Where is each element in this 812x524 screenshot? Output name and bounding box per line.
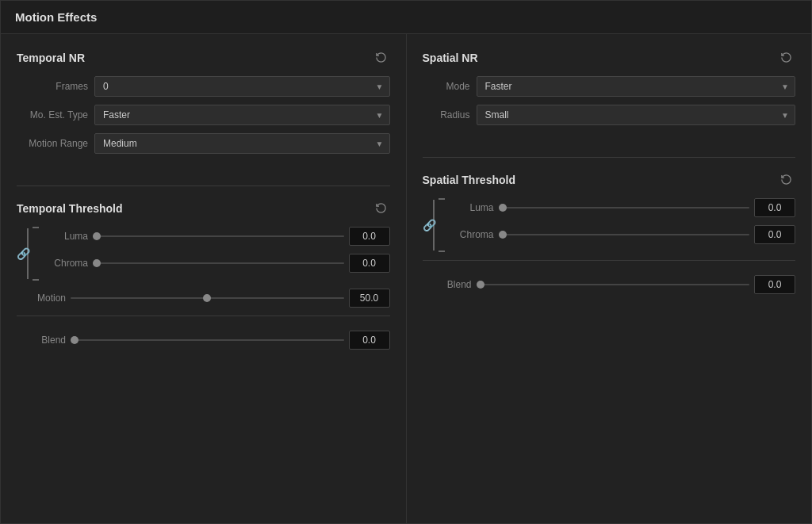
temporal-blend-slider[interactable] — [71, 339, 344, 341]
spatial-radius-select-wrapper: Small Medium Large ▼ — [477, 105, 796, 125]
temporal-luma-label: Luma — [39, 231, 88, 242]
spatial-nr-header: Spatial NR — [423, 50, 796, 65]
spatial-threshold-section: Spatial Threshold 🔗 — [423, 172, 796, 302]
temporal-blend-row: Blend — [17, 331, 390, 350]
spatial-threshold-header: Spatial Threshold — [423, 172, 796, 187]
spatial-radius-row: Radius Small Medium Large ▼ — [423, 105, 796, 125]
spatial-threshold-title: Spatial Threshold — [423, 174, 515, 186]
spatial-bracket-top — [439, 198, 445, 200]
spatial-nr-section: Spatial NR Mode Faster Better — [423, 50, 796, 133]
temporal-luma-value[interactable] — [349, 227, 390, 246]
spatial-luma-slider[interactable] — [499, 207, 750, 208]
spatial-chroma-row: Chroma — [445, 225, 796, 244]
spatial-blend-label: Blend — [423, 279, 472, 290]
link-icon: 🔗 — [17, 248, 30, 259]
temporal-motion-slider[interactable] — [71, 297, 344, 299]
spatial-link-bracket-container: 🔗 — [423, 198, 445, 252]
frames-label: Frames — [17, 81, 88, 92]
temporal-luma-slider-container — [93, 231, 344, 242]
panel-body: Temporal NR Frames 0 1 — [1, 34, 811, 523]
spatial-luma-slider-container — [499, 202, 750, 213]
frames-select[interactable]: 0 1 2 3 — [94, 76, 390, 97]
temporal-chroma-slider-container — [93, 258, 344, 269]
motion-effects-panel: Motion Effects Temporal NR Frames — [0, 0, 812, 524]
temporal-chroma-slider[interactable] — [93, 262, 344, 264]
temporal-nr-header: Temporal NR — [17, 50, 390, 65]
left-divider-1 — [17, 186, 390, 186]
temporal-chroma-row: Chroma — [39, 254, 390, 273]
spatial-mode-select[interactable]: Faster Better — [477, 76, 796, 97]
temporal-threshold-title: Temporal Threshold — [17, 202, 123, 215]
spatial-nr-reset-button[interactable] — [777, 50, 795, 65]
temporal-luma-row: Luma — [39, 227, 390, 246]
temporal-motion-label: Motion — [17, 293, 66, 304]
spatial-luma-chroma-rows: Luma Chroma — [445, 198, 796, 252]
temporal-chroma-label: Chroma — [39, 258, 88, 269]
temporal-threshold-reset-button[interactable] — [372, 201, 390, 216]
spatial-threshold-reset-button[interactable] — [777, 172, 795, 187]
spatial-luma-row: Luma — [445, 198, 796, 217]
spatial-luma-label: Luma — [445, 202, 494, 213]
mo-est-select-wrapper: Faster Better ▼ — [94, 105, 390, 125]
spatial-blend-value[interactable] — [754, 275, 795, 294]
threshold-inner-divider — [17, 316, 390, 316]
mo-est-label: Mo. Est. Type — [17, 109, 88, 120]
spatial-radius-label: Radius — [423, 109, 470, 120]
spatial-chroma-slider-container — [499, 229, 750, 240]
mo-est-row: Mo. Est. Type Faster Better ▼ — [17, 105, 390, 125]
spatial-nr-title: Spatial NR — [423, 52, 478, 64]
bracket-top — [33, 227, 39, 228]
motion-range-label: Motion Range — [17, 138, 88, 149]
spatial-blend-slider[interactable] — [477, 284, 750, 285]
spatial-mode-label: Mode — [423, 81, 470, 92]
spatial-bracket-bottom — [439, 251, 445, 252]
spatial-link-icon: 🔗 — [423, 220, 436, 231]
motion-range-row: Motion Range Small Medium Large ▼ — [17, 133, 390, 154]
spatial-chroma-label: Chroma — [445, 229, 494, 240]
temporal-threshold-section: Temporal Threshold 🔗 — [17, 201, 390, 358]
temporal-threshold-header: Temporal Threshold — [17, 201, 390, 216]
spatial-threshold-inner-divider — [423, 260, 796, 261]
frames-select-wrapper: 0 1 2 3 ▼ — [94, 76, 390, 97]
spatial-chroma-value[interactable] — [754, 225, 795, 244]
spatial-blend-slider-container — [477, 279, 750, 290]
luma-chroma-linked-group: 🔗 Luma Chroma — [17, 227, 390, 281]
temporal-blend-value[interactable] — [349, 331, 390, 350]
temporal-chroma-value[interactable] — [349, 254, 390, 273]
luma-chroma-rows: Luma Chroma — [39, 227, 390, 281]
spatial-blend-row: Blend — [423, 275, 796, 294]
temporal-blend-label: Blend — [17, 335, 66, 346]
panel-title: Motion Effects — [1, 1, 811, 34]
left-column: Temporal NR Frames 0 1 — [1, 34, 407, 523]
temporal-nr-reset-button[interactable] — [372, 50, 390, 65]
mo-est-select[interactable]: Faster Better — [94, 105, 390, 125]
link-bracket-container: 🔗 — [17, 227, 39, 281]
right-column: Spatial NR Mode Faster Better — [407, 34, 812, 523]
spatial-mode-row: Mode Faster Better ▼ — [423, 76, 796, 97]
spatial-chroma-slider[interactable] — [499, 234, 750, 235]
temporal-nr-section: Temporal NR Frames 0 1 — [17, 50, 390, 162]
frames-row: Frames 0 1 2 3 ▼ — [17, 76, 390, 97]
spatial-luma-value[interactable] — [754, 198, 795, 217]
right-divider-1 — [423, 157, 796, 158]
temporal-blend-slider-container — [71, 335, 344, 346]
motion-range-select-wrapper: Small Medium Large ▼ — [94, 133, 390, 154]
spatial-luma-chroma-linked-group: 🔗 Luma Chroma — [423, 198, 796, 252]
bracket-bottom — [33, 279, 39, 281]
spatial-mode-select-wrapper: Faster Better ▼ — [477, 76, 796, 97]
motion-range-select[interactable]: Small Medium Large — [94, 133, 390, 154]
temporal-nr-title: Temporal NR — [17, 52, 85, 64]
temporal-motion-slider-container — [71, 293, 344, 304]
temporal-motion-row: Motion — [17, 289, 390, 308]
temporal-luma-slider[interactable] — [93, 235, 344, 237]
temporal-motion-value[interactable] — [349, 289, 390, 308]
spatial-radius-select[interactable]: Small Medium Large — [477, 105, 796, 125]
